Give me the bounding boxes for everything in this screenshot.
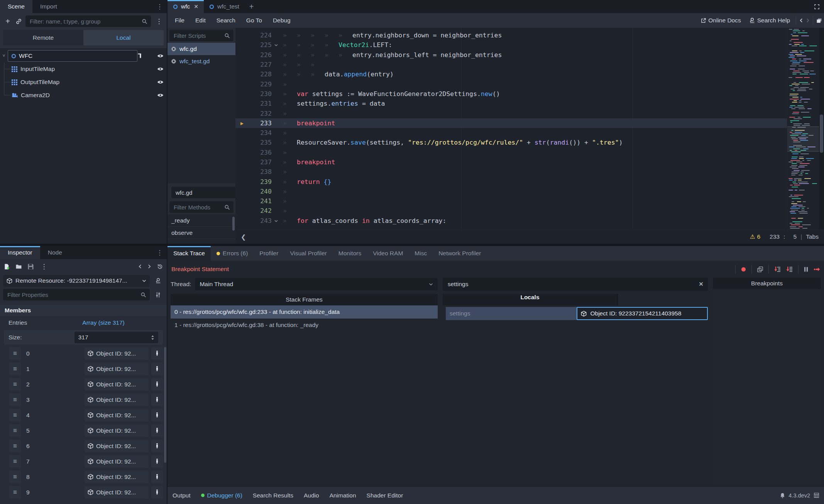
code-line-227[interactable]: 227»»»: [235, 60, 787, 69]
scene-filter-input[interactable]: [29, 18, 139, 25]
v-scrollbar[interactable]: [819, 28, 824, 229]
edit-entry-button[interactable]: [151, 378, 163, 391]
drag-handle-icon[interactable]: ≡: [9, 378, 21, 391]
script-forward-icon[interactable]: [806, 18, 809, 23]
new-resource-icon[interactable]: [4, 264, 10, 270]
stepper-icon[interactable]: [151, 335, 154, 340]
method-item-_ready[interactable]: _ready: [168, 214, 235, 227]
filter-methods-field[interactable]: [169, 201, 233, 213]
local-value[interactable]: Object ID: 9223372154211403958: [577, 307, 708, 320]
code-line-231[interactable]: 231»settings.entries = data: [235, 99, 787, 108]
history-back-icon[interactable]: [139, 264, 142, 269]
clear-search-icon[interactable]: ✕: [699, 281, 704, 288]
edit-entry-button[interactable]: [151, 486, 163, 499]
fold-chevron-icon[interactable]: [272, 42, 280, 47]
bottom-tab-debugger-6-[interactable]: Debugger (6): [201, 492, 242, 499]
property-tools-button[interactable]: [152, 289, 164, 301]
scene-filter-field[interactable]: [25, 15, 151, 27]
debugger-tab-profiler[interactable]: Profiler: [254, 246, 284, 261]
remote-resource-dropdown[interactable]: Remote Resource: -9223371919498147...: [3, 275, 150, 287]
open-docs-button[interactable]: DOC: [152, 275, 164, 287]
collapse-scripts-panel-icon[interactable]: ❮: [241, 233, 246, 241]
code-line-243[interactable]: 243»for atlas_coords in atlas_coords_arr…: [235, 216, 787, 226]
step-into-icon[interactable]: [774, 266, 781, 272]
code-line-240[interactable]: 240»: [235, 187, 787, 196]
menu-search[interactable]: Search: [211, 17, 240, 24]
tree-row[interactable]: InputTileMap: [0, 62, 167, 76]
scene-menu-dots-icon[interactable]: ⋮: [155, 17, 163, 25]
menu-debug[interactable]: Debug: [268, 17, 296, 24]
edit-entry-button[interactable]: [151, 471, 163, 483]
history-forward-icon[interactable]: [148, 264, 151, 269]
size-value-field[interactable]: 317: [74, 332, 158, 343]
members-section-header[interactable]: Members: [0, 305, 167, 316]
debugger-tab-visual-profiler[interactable]: Visual Profiler: [284, 246, 332, 261]
scrollbar-grabber[interactable]: [820, 115, 823, 153]
code-line-226[interactable]: 226»»»»»entry.neighbors_left = neighbor_…: [235, 50, 787, 60]
visibility-eye-icon[interactable]: [157, 93, 164, 98]
thread-dropdown[interactable]: Main Thread: [195, 278, 438, 290]
code-line-232[interactable]: 232»: [235, 108, 787, 118]
object-value-button[interactable]: Object ID: 92...: [85, 486, 149, 499]
filter-properties-input[interactable]: [7, 291, 138, 298]
new-script-tab-icon[interactable]: +: [245, 0, 259, 13]
update-spinner-icon[interactable]: [814, 493, 819, 498]
visibility-eye-icon[interactable]: [157, 54, 164, 58]
instance-scene-link-icon[interactable]: [16, 19, 22, 24]
tab-node[interactable]: Node: [40, 246, 70, 259]
stack-frame[interactable]: 1 - res://grottos/pcg/wfc/wfc.gd:38 - at…: [171, 319, 438, 332]
drag-handle-icon[interactable]: ≡: [9, 409, 21, 421]
minimap-viewport[interactable]: [787, 126, 819, 152]
script-item-wfc_test.gd[interactable]: wfc_test.gd: [168, 55, 235, 67]
code-line-238[interactable]: 238»: [235, 167, 787, 177]
debugger-tab-misc[interactable]: Misc: [409, 246, 433, 261]
variable-search-field[interactable]: ✕: [443, 278, 708, 291]
copy-error-icon[interactable]: [757, 266, 763, 272]
drag-handle-icon[interactable]: ≡: [9, 393, 21, 406]
make-floating-icon[interactable]: [817, 18, 822, 23]
tab-inspector[interactable]: Inspector: [0, 246, 40, 259]
filter-scripts-input[interactable]: [173, 32, 222, 39]
segment-remote[interactable]: Remote: [3, 30, 83, 46]
debugger-tab-errors-6-[interactable]: Errors (6): [211, 246, 254, 261]
edit-entry-button[interactable]: [151, 440, 163, 452]
node-rename-field[interactable]: WFC: [8, 50, 137, 62]
code-area[interactable]: 224»»»»»entry.neighbors_down = neighbor_…: [235, 28, 824, 229]
tree-row[interactable]: Camera2D: [0, 89, 167, 102]
code-line-234[interactable]: 234»: [235, 128, 787, 138]
debugger-tab-network-profiler[interactable]: Network Profiler: [433, 246, 487, 261]
debugger-tab-video-ram[interactable]: Video RAM: [367, 246, 409, 261]
menu-go-to[interactable]: Go To: [241, 17, 267, 24]
object-value-button[interactable]: Object ID: 92...: [85, 409, 149, 421]
collapse-chevron-icon[interactable]: ˅: [0, 53, 8, 59]
filter-scripts-field[interactable]: [169, 30, 233, 41]
object-value-button[interactable]: Object ID: 92...: [85, 394, 149, 406]
edit-entry-button[interactable]: [151, 363, 163, 375]
save-resource-icon[interactable]: [28, 264, 34, 270]
step-over-icon[interactable]: [786, 266, 793, 272]
panel-menu-dots-icon[interactable]: ⋮: [152, 246, 167, 259]
scrollbar[interactable]: [164, 347, 166, 463]
drag-handle-icon[interactable]: ≡: [9, 440, 21, 452]
tab-scene[interactable]: Scene: [0, 0, 32, 13]
debugger-tab-stack-trace[interactable]: Stack Trace: [168, 246, 211, 261]
bottom-tab-search-results[interactable]: Search Results: [253, 492, 293, 499]
menu-edit[interactable]: Edit: [190, 17, 211, 24]
code-line-236[interactable]: 236»: [235, 148, 787, 157]
distraction-free-icon[interactable]: [810, 0, 824, 13]
edit-entry-button[interactable]: [151, 394, 163, 406]
object-value-button[interactable]: Object ID: 92...: [85, 363, 149, 375]
code-line-229[interactable]: 229»: [235, 79, 787, 89]
object-value-button[interactable]: Object ID: 92...: [85, 425, 149, 437]
code-line-228[interactable]: 228»»»data.append(entry): [235, 69, 787, 79]
bottom-tab-animation[interactable]: Animation: [330, 492, 356, 499]
search-help-button[interactable]: DOCSearch Help: [747, 17, 792, 24]
filter-methods-input[interactable]: [173, 204, 222, 211]
drag-handle-icon[interactable]: ≡: [9, 486, 21, 499]
indent-type[interactable]: Tabs: [806, 233, 819, 240]
filter-properties-field[interactable]: [3, 289, 150, 300]
tab-import[interactable]: Import: [32, 0, 65, 13]
fold-chevron-icon[interactable]: [272, 218, 280, 223]
edit-entry-button[interactable]: [151, 409, 163, 421]
script-item-wfc.gd[interactable]: wfc.gd: [168, 43, 235, 55]
